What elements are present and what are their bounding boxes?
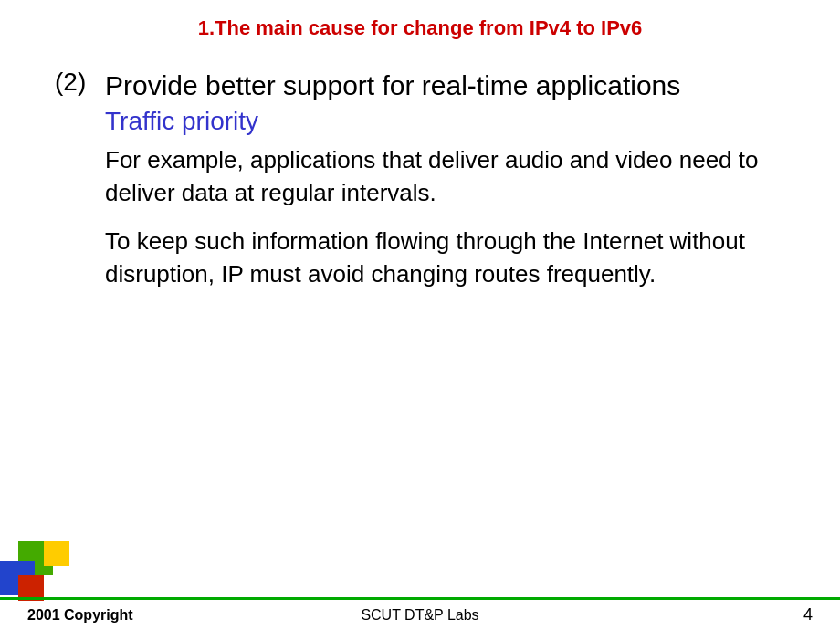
slide-footer: 2001 Copyright SCUT DT&P Labs 4 bbox=[0, 597, 840, 630]
body-paragraph-1: For example, applications that deliver a… bbox=[105, 143, 785, 210]
point-heading: Provide better support for real-time app… bbox=[105, 68, 785, 103]
corner-decoration bbox=[0, 541, 73, 595]
footer-page-number: 4 bbox=[803, 605, 813, 625]
slide-header: 1.The main cause for change from IPv4 to… bbox=[0, 0, 840, 49]
footer-lab: SCUT DT&P Labs bbox=[361, 607, 478, 624]
point-number: (2) bbox=[55, 68, 105, 97]
slide-container: 1.The main cause for change from IPv4 to… bbox=[0, 0, 840, 630]
footer-content: 2001 Copyright SCUT DT&P Labs 4 bbox=[0, 600, 840, 630]
slide-content: (2) Provide better support for real-time… bbox=[0, 49, 840, 333]
traffic-priority-label: Traffic priority bbox=[105, 107, 785, 136]
main-point: (2) Provide better support for real-time… bbox=[55, 68, 785, 306]
slide-title: 1.The main cause for change from IPv4 to… bbox=[198, 16, 643, 39]
body-paragraph-2: To keep such information flowing through… bbox=[105, 225, 785, 291]
footer-copyright: 2001 Copyright bbox=[27, 607, 133, 624]
point-text-block: Provide better support for real-time app… bbox=[105, 68, 785, 306]
block-yellow bbox=[44, 541, 69, 566]
